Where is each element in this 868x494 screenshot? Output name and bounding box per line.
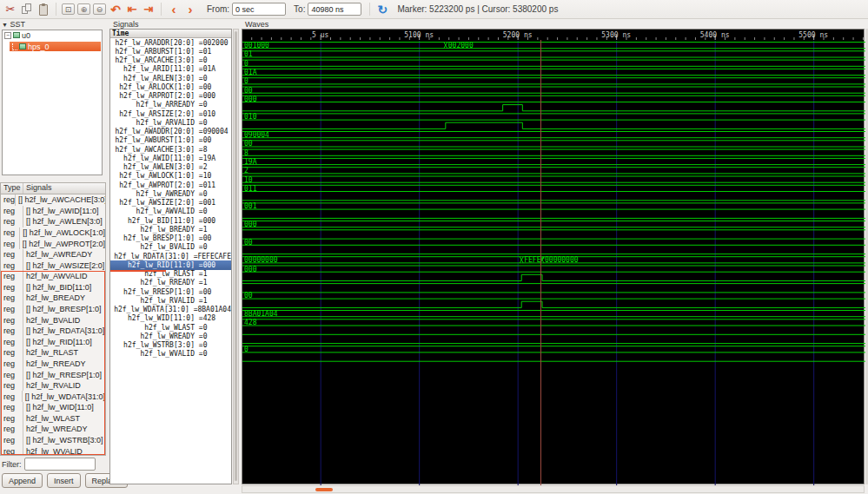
list-item[interactable]: h2f_lw_ARBURST[1:0] =01	[110, 47, 231, 56]
table-row[interactable]: regh2f_lw_AWREADY	[1, 249, 105, 260]
table-row[interactable]: reg[] h2f_lw_WDATA[31:0]	[1, 391, 105, 402]
table-row[interactable]: regh2f_lw_RREADY	[1, 359, 105, 370]
list-item[interactable]: h2f_lw_WLAST =0	[110, 323, 231, 332]
scrollbar-thumb[interactable]	[235, 31, 237, 481]
list-item[interactable]: h2f_lw_RRESP[1:0] =00	[110, 287, 231, 296]
list-item[interactable]: h2f_lw_WREADY =0	[110, 332, 231, 340]
list-item[interactable]: h2f_lw_AWID[11:0] =19A	[110, 154, 231, 162]
table-row[interactable]: regh2f_lw_BVALID	[1, 314, 105, 326]
list-item[interactable]: h2f_lw_BID[11:0] =000	[110, 216, 231, 225]
list-item[interactable]: h2f_lw_ARLEN[3:0] =0	[110, 74, 231, 82]
list-item[interactable]: h2f_lw_ARLOCK[1:0] =00	[110, 82, 231, 91]
signal-value: =0	[195, 341, 207, 349]
list-item[interactable]: h2f_lw_RDATA[31:0] =FEFECAFE	[110, 252, 231, 260]
list-item[interactable]: h2f_lw_ARREADY =0	[110, 101, 231, 109]
table-row[interactable]: reg[] h2f_lw_WID[11:0]	[1, 402, 105, 413]
filter-input[interactable]	[24, 458, 96, 471]
signal-value: =8BA01A04	[189, 306, 231, 313]
signals-column-header[interactable]: Signals	[23, 183, 55, 194]
list-item[interactable]: h2f_lw_ARCACHE[3:0] =0	[110, 56, 231, 65]
signal-type-cell: reg	[1, 402, 23, 413]
table-row[interactable]: reg[] h2f_lw_AWCACHE[3:0]	[1, 194, 105, 206]
table-row[interactable]: regh2f_lw_WLAST	[1, 413, 105, 425]
sst-section-header[interactable]: ▼ SST	[2, 20, 25, 29]
list-item[interactable]: h2f_lw_ARSIZE[2:0] =010	[110, 109, 231, 118]
zoom-undo-icon[interactable]: ↶	[109, 2, 123, 17]
from-label: From:	[207, 4, 229, 14]
signal-type-cell: reg	[1, 216, 23, 227]
zoom-out-button[interactable]: ⊖	[93, 3, 106, 15]
table-row[interactable]: reg[] h2f_lw_AWPROT[2:0]	[1, 238, 105, 249]
reload-icon[interactable]: ↻	[375, 2, 389, 17]
list-item[interactable]: h2f_lw_AWBURST[1:0] =00	[110, 136, 231, 145]
fast-backward-icon[interactable]: ‹	[167, 2, 181, 17]
sst-item-u0[interactable]: − u0	[3, 30, 102, 40]
list-item[interactable]: h2f_lw_RID[11:0] =000	[110, 260, 231, 269]
fast-forward-icon[interactable]: ›	[183, 2, 197, 17]
from-input[interactable]	[232, 3, 286, 16]
table-row[interactable]: reg[] h2f_lw_AWLEN[3:0]	[1, 216, 105, 227]
list-item[interactable]: h2f_lw_AWREADY =0	[110, 189, 231, 198]
table-row[interactable]: regh2f_lw_BREADY	[1, 293, 105, 304]
sst-expander-icon[interactable]: ▼	[2, 22, 8, 28]
table-row[interactable]: regh2f_lw_WREADY	[1, 424, 105, 435]
list-item[interactable]: h2f_lw_BRESP[1:0] =00	[110, 234, 231, 243]
signal-name: h2f_lw_RREADY	[110, 279, 195, 287]
time-column-header[interactable]: Time	[110, 30, 231, 38]
list-item[interactable]: h2f_lw_ARADDR[20:0] =002000	[110, 38, 231, 47]
list-item[interactable]: h2f_lw_WSTRB[3:0] =0	[110, 341, 231, 350]
type-column-header[interactable]: Type	[1, 183, 23, 194]
cut-icon[interactable]: ✂	[3, 2, 17, 17]
list-item[interactable]: h2f_lw_WID[11:0] =428	[110, 314, 231, 323]
signal-facility-table[interactable]: Type Signals reg[] h2f_lw_AWCACHE[3:0]re…	[0, 182, 106, 456]
table-row[interactable]: regh2f_lw_AWVALID	[1, 271, 105, 282]
table-row[interactable]: reg[] h2f_lw_BRESP[1:0]	[1, 304, 105, 315]
list-item[interactable]: h2f_lw_AWVALID =0	[110, 207, 231, 216]
table-row[interactable]: reg[] h2f_lw_WSTRB[3:0]	[1, 435, 105, 446]
zoom-to-start-icon[interactable]: ⇤	[125, 2, 139, 17]
list-item[interactable]: h2f_lw_ARVALID =0	[110, 118, 231, 127]
list-item[interactable]: h2f_lw_RREADY =1	[110, 279, 231, 287]
append-button[interactable]: Append	[2, 473, 43, 488]
zoom-in-button[interactable]: ⊕	[77, 3, 90, 15]
table-row[interactable]: reg[] h2f_lw_AWID[11:0]	[1, 206, 105, 217]
list-item[interactable]: h2f_lw_AWCACHE[3:0] =8	[110, 145, 231, 154]
signal-value: =00	[195, 136, 211, 144]
paste-icon[interactable]	[36, 2, 50, 17]
zoom-to-end-icon[interactable]: ⇥	[142, 2, 156, 17]
sst-item-hps0[interactable]: hps_0	[10, 42, 101, 51]
signals-list[interactable]: Time h2f_lw_ARADDR[20:0] =002000h2f_lw_A…	[109, 29, 232, 484]
list-item[interactable]: h2f_lw_AWPROT[2:0] =011	[110, 181, 231, 189]
scrollbar-thumb[interactable]	[315, 488, 333, 491]
table-row[interactable]: reg[] h2f_lw_BID[11:0]	[1, 282, 105, 293]
signal-value: =19A	[195, 155, 215, 162]
signals-vertical-scrollbar[interactable]	[233, 29, 239, 484]
list-item[interactable]: h2f_lw_AWADDR[20:0] =090004	[110, 128, 231, 136]
table-row[interactable]: reg[] h2f_lw_AWSIZE[2:0]	[1, 260, 105, 271]
list-item[interactable]: h2f_lw_AWSIZE[2:0] =001	[110, 199, 231, 207]
table-row[interactable]: regh2f_lw_WVALID	[1, 445, 105, 456]
list-item[interactable]: h2f_lw_AWLOCK[1:0] =10	[110, 172, 231, 181]
list-item[interactable]: h2f_lw_ARPROT[2:0] =000	[110, 92, 231, 101]
zoom-fit-button[interactable]: ⊡	[62, 3, 75, 15]
list-item[interactable]: h2f_lw_ARID[11:0] =01A	[110, 65, 231, 74]
table-row[interactable]: regh2f_lw_RLAST	[1, 347, 105, 359]
list-item[interactable]: h2f_lw_BVALID =0	[110, 243, 231, 252]
sst-tree[interactable]: − u0 hps_0	[2, 30, 103, 175]
list-item[interactable]: h2f_lw_BREADY =1	[110, 225, 231, 234]
insert-button[interactable]: Insert	[47, 473, 81, 488]
waves-horizontal-scrollbar[interactable]	[242, 485, 865, 493]
table-row[interactable]: reg[] h2f_lw_RRESP[1:0]	[1, 369, 105, 380]
table-row[interactable]: reg[] h2f_lw_RDATA[31:0]	[1, 326, 105, 337]
list-item[interactable]: h2f_lw_AWLEN[3:0] =2	[110, 163, 231, 172]
table-row[interactable]: reg[] h2f_lw_AWLOCK[1:0]	[1, 227, 105, 239]
to-input[interactable]	[308, 3, 361, 16]
wave-canvas[interactable]: 5 us5100 ns5200 ns5300 ns5400 ns5500 ns0…	[242, 29, 865, 484]
copy-icon[interactable]	[20, 2, 34, 17]
table-row[interactable]: regh2f_lw_RVALID	[1, 380, 105, 392]
list-item[interactable]: h2f_lw_WDATA[31:0] =8BA01A04	[110, 306, 231, 314]
list-item[interactable]: h2f_lw_WVALID =0	[110, 350, 231, 359]
list-item[interactable]: h2f_lw_RVALID =1	[110, 296, 231, 305]
collapse-icon[interactable]: −	[4, 32, 11, 39]
table-row[interactable]: reg[] h2f_lw_RID[11:0]	[1, 337, 105, 348]
